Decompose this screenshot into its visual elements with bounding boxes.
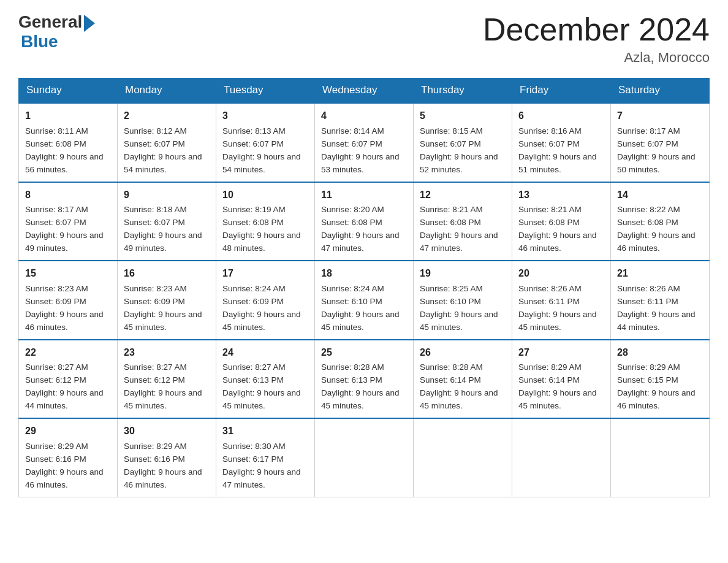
- sunset-text: Sunset: 6:11 PM: [518, 297, 580, 306]
- daylight-text: Daylight: 9 hours and 54 minutes.: [222, 152, 301, 174]
- sunset-text: Sunset: 6:08 PM: [222, 218, 284, 227]
- daylight-text: Daylight: 9 hours and 54 minutes.: [124, 152, 202, 174]
- weekday-header-saturday: Saturday: [611, 78, 710, 103]
- sunrise-text: Sunrise: 8:27 AM: [124, 362, 187, 372]
- daylight-text: Daylight: 9 hours and 48 minutes.: [222, 231, 301, 253]
- sunrise-text: Sunrise: 8:21 AM: [420, 205, 483, 214]
- sunset-text: Sunset: 6:07 PM: [124, 139, 185, 148]
- sunset-text: Sunset: 6:12 PM: [25, 375, 86, 385]
- calendar-week-row: 29 Sunrise: 8:29 AM Sunset: 6:16 PM Dayl…: [19, 418, 710, 497]
- day-number: 21: [617, 266, 703, 282]
- daylight-text: Daylight: 9 hours and 45 minutes.: [321, 388, 400, 410]
- sunrise-text: Sunrise: 8:28 AM: [321, 362, 384, 372]
- location-label: Azla, Morocco: [483, 50, 710, 66]
- calendar-table: SundayMondayTuesdayWednesdayThursdayFrid…: [18, 78, 710, 497]
- sunset-text: Sunset: 6:12 PM: [124, 375, 185, 385]
- sunset-text: Sunset: 6:17 PM: [222, 454, 284, 464]
- day-number: 8: [25, 188, 111, 203]
- sunrise-text: Sunrise: 8:12 AM: [124, 126, 187, 136]
- page-header: General Blue December 2024 Azla, Morocco: [18, 12, 710, 66]
- day-number: 25: [321, 345, 407, 361]
- sunrise-text: Sunrise: 8:21 AM: [518, 205, 582, 214]
- calendar-week-row: 8 Sunrise: 8:17 AM Sunset: 6:07 PM Dayli…: [19, 182, 710, 261]
- calendar-day-cell: 24 Sunrise: 8:27 AM Sunset: 6:13 PM Dayl…: [216, 340, 315, 418]
- weekday-header-sunday: Sunday: [19, 78, 118, 103]
- calendar-week-row: 1 Sunrise: 8:11 AM Sunset: 6:08 PM Dayli…: [19, 103, 710, 182]
- sunrise-text: Sunrise: 8:11 AM: [25, 126, 88, 136]
- day-number: 1: [25, 109, 111, 124]
- day-number: 20: [518, 266, 604, 282]
- weekday-header-tuesday: Tuesday: [216, 78, 315, 103]
- daylight-text: Daylight: 9 hours and 45 minutes.: [124, 310, 202, 332]
- calendar-day-cell: 20 Sunrise: 8:26 AM Sunset: 6:11 PM Dayl…: [512, 261, 611, 339]
- sunrise-text: Sunrise: 8:25 AM: [420, 284, 483, 293]
- sunrise-text: Sunrise: 8:29 AM: [518, 362, 582, 372]
- day-number: 26: [420, 345, 506, 361]
- sunrise-text: Sunrise: 8:14 AM: [321, 126, 384, 136]
- day-number: 19: [420, 266, 506, 282]
- day-number: 27: [518, 345, 604, 361]
- sunset-text: Sunset: 6:13 PM: [222, 375, 284, 385]
- calendar-day-cell: 6 Sunrise: 8:16 AM Sunset: 6:07 PM Dayli…: [512, 103, 611, 182]
- sunrise-text: Sunrise: 8:24 AM: [321, 284, 384, 293]
- weekday-header-row: SundayMondayTuesdayWednesdayThursdayFrid…: [19, 78, 710, 103]
- calendar-day-cell: 9 Sunrise: 8:18 AM Sunset: 6:07 PM Dayli…: [118, 182, 216, 261]
- calendar-day-cell: 15 Sunrise: 8:23 AM Sunset: 6:09 PM Dayl…: [19, 261, 118, 339]
- calendar-empty-cell: [414, 418, 512, 497]
- calendar-day-cell: 14 Sunrise: 8:22 AM Sunset: 6:08 PM Dayl…: [611, 182, 710, 261]
- day-number: 18: [321, 266, 407, 282]
- calendar-day-cell: 30 Sunrise: 8:29 AM Sunset: 6:16 PM Dayl…: [118, 418, 216, 497]
- calendar-empty-cell: [611, 418, 710, 497]
- sunrise-text: Sunrise: 8:18 AM: [124, 205, 187, 214]
- daylight-text: Daylight: 9 hours and 45 minutes.: [518, 310, 597, 332]
- day-number: 7: [617, 109, 703, 124]
- sunset-text: Sunset: 6:08 PM: [420, 218, 481, 227]
- sunrise-text: Sunrise: 8:23 AM: [25, 284, 88, 293]
- sunset-text: Sunset: 6:08 PM: [321, 218, 382, 227]
- day-number: 3: [222, 109, 308, 124]
- day-number: 12: [420, 188, 506, 203]
- calendar-day-cell: 29 Sunrise: 8:29 AM Sunset: 6:16 PM Dayl…: [19, 418, 118, 497]
- month-title: December 2024: [483, 12, 710, 47]
- daylight-text: Daylight: 9 hours and 47 minutes.: [420, 231, 498, 253]
- calendar-day-cell: 2 Sunrise: 8:12 AM Sunset: 6:07 PM Dayli…: [118, 103, 216, 182]
- sunrise-text: Sunrise: 8:19 AM: [222, 205, 286, 214]
- calendar-day-cell: 13 Sunrise: 8:21 AM Sunset: 6:08 PM Dayl…: [512, 182, 611, 261]
- calendar-day-cell: 17 Sunrise: 8:24 AM Sunset: 6:09 PM Dayl…: [216, 261, 315, 339]
- day-number: 5: [420, 109, 506, 124]
- sunrise-text: Sunrise: 8:26 AM: [518, 284, 582, 293]
- daylight-text: Daylight: 9 hours and 45 minutes.: [222, 310, 301, 332]
- logo: General Blue: [18, 12, 95, 52]
- daylight-text: Daylight: 9 hours and 49 minutes.: [25, 231, 104, 253]
- daylight-text: Daylight: 9 hours and 56 minutes.: [25, 152, 104, 174]
- day-number: 24: [222, 345, 308, 361]
- sunset-text: Sunset: 6:07 PM: [222, 139, 284, 148]
- daylight-text: Daylight: 9 hours and 47 minutes.: [222, 467, 301, 489]
- calendar-day-cell: 3 Sunrise: 8:13 AM Sunset: 6:07 PM Dayli…: [216, 103, 315, 182]
- day-number: 10: [222, 188, 308, 203]
- day-number: 30: [124, 424, 210, 439]
- weekday-header-monday: Monday: [118, 78, 216, 103]
- sunrise-text: Sunrise: 8:17 AM: [617, 126, 680, 136]
- sunrise-text: Sunrise: 8:29 AM: [617, 362, 680, 372]
- day-number: 11: [321, 188, 407, 203]
- daylight-text: Daylight: 9 hours and 51 minutes.: [518, 152, 597, 174]
- daylight-text: Daylight: 9 hours and 45 minutes.: [420, 388, 498, 410]
- daylight-text: Daylight: 9 hours and 49 minutes.: [124, 231, 202, 253]
- sunset-text: Sunset: 6:07 PM: [124, 218, 185, 227]
- calendar-day-cell: 11 Sunrise: 8:20 AM Sunset: 6:08 PM Dayl…: [315, 182, 414, 261]
- calendar-day-cell: 5 Sunrise: 8:15 AM Sunset: 6:07 PM Dayli…: [414, 103, 512, 182]
- calendar-day-cell: 27 Sunrise: 8:29 AM Sunset: 6:14 PM Dayl…: [512, 340, 611, 418]
- weekday-header-thursday: Thursday: [414, 78, 512, 103]
- day-number: 28: [617, 345, 703, 361]
- sunrise-text: Sunrise: 8:13 AM: [222, 126, 286, 136]
- calendar-day-cell: 25 Sunrise: 8:28 AM Sunset: 6:13 PM Dayl…: [315, 340, 414, 418]
- day-number: 15: [25, 266, 111, 282]
- title-block: December 2024 Azla, Morocco: [483, 12, 710, 66]
- calendar-day-cell: 10 Sunrise: 8:19 AM Sunset: 6:08 PM Dayl…: [216, 182, 315, 261]
- sunrise-text: Sunrise: 8:27 AM: [222, 362, 286, 372]
- sunset-text: Sunset: 6:11 PM: [617, 297, 678, 306]
- calendar-empty-cell: [512, 418, 611, 497]
- sunset-text: Sunset: 6:07 PM: [617, 139, 678, 148]
- day-number: 17: [222, 266, 308, 282]
